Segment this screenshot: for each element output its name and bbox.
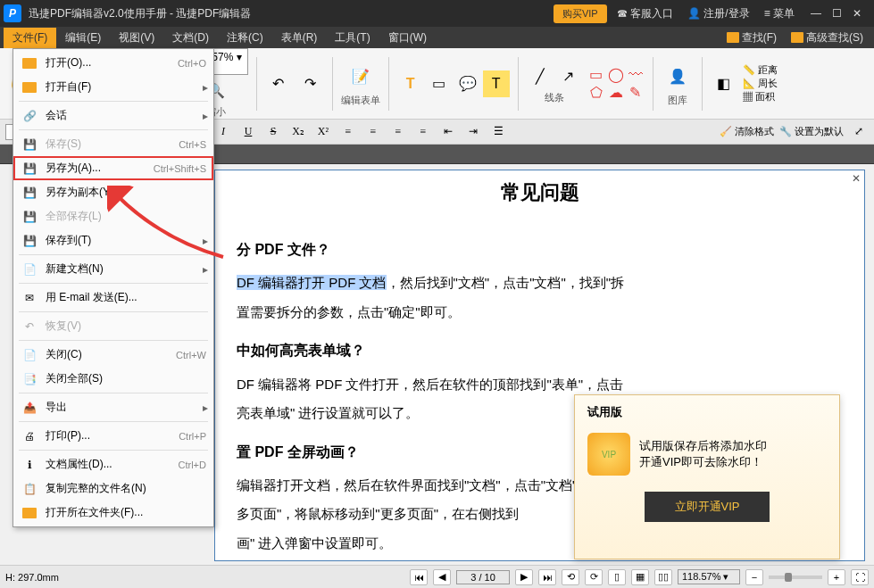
polyline-icon[interactable]: 〰 bbox=[627, 67, 645, 83]
menu-save-to[interactable]: 💾保存到(T)▸ bbox=[13, 228, 213, 253]
align-right-icon[interactable]: ≡ bbox=[388, 123, 408, 141]
menu-tools[interactable]: 工具(T) bbox=[326, 28, 379, 48]
eraser-icon[interactable]: ◧ bbox=[711, 70, 737, 97]
polygon-icon[interactable]: ⬠ bbox=[587, 85, 605, 101]
layout-single-icon[interactable]: ▯ bbox=[608, 569, 626, 585]
advanced-find-button[interactable]: 高级查找(S) bbox=[784, 29, 870, 47]
zoom-out-sb[interactable]: − bbox=[745, 569, 763, 585]
zoom-slider[interactable] bbox=[769, 576, 822, 579]
menu-copy-filename[interactable]: 📋复制完整的文件名(N) bbox=[13, 476, 213, 501]
indent-right-icon[interactable]: ⇥ bbox=[463, 123, 483, 141]
layout-facing-icon[interactable]: ▯▯ bbox=[654, 569, 672, 585]
text-box-icon[interactable]: ▭ bbox=[426, 70, 453, 97]
menu-open-from[interactable]: 打开自(F)▸ bbox=[13, 75, 213, 99]
maximize-button[interactable]: ☐ bbox=[832, 7, 842, 20]
menu-close-all[interactable]: 📑关闭全部(S) bbox=[13, 367, 213, 391]
upgrade-vip-button[interactable]: 立即开通VIP bbox=[645, 492, 770, 522]
distance-tool[interactable]: 📏 距离 bbox=[743, 63, 778, 77]
last-page-button[interactable]: ⏭ bbox=[538, 569, 556, 585]
stamp-button[interactable]: 👤 bbox=[662, 60, 694, 92]
menu-edit[interactable]: 编辑(E) bbox=[56, 28, 110, 48]
menu-export[interactable]: 📤导出▸ bbox=[13, 395, 213, 419]
menu-button[interactable]: ≡ 菜单 bbox=[757, 6, 802, 21]
menu-save[interactable]: 💾保存(S)Ctrl+S bbox=[13, 132, 213, 156]
first-page-button[interactable]: ⏮ bbox=[410, 569, 428, 585]
expand-icon[interactable]: ⤢ bbox=[849, 123, 869, 141]
underline-button[interactable]: U bbox=[238, 123, 258, 141]
prev-page-button[interactable]: ◀ bbox=[433, 569, 451, 585]
arrow-icon[interactable]: ↗ bbox=[555, 62, 582, 89]
align-left-icon[interactable]: ≡ bbox=[338, 123, 358, 141]
login-button[interactable]: 👤 注册/登录 bbox=[680, 6, 757, 21]
support-button[interactable]: ☎ 客服入口 bbox=[610, 6, 680, 21]
next-page-button[interactable]: ▶ bbox=[515, 569, 533, 585]
doc-h1: 分 PDF 文件？ bbox=[237, 236, 843, 263]
menu-session[interactable]: 🔗会话▸ bbox=[13, 104, 213, 128]
bullet-list-icon[interactable]: ☰ bbox=[488, 123, 508, 141]
rect-icon[interactable]: ▭ bbox=[587, 67, 605, 83]
page-number-input[interactable]: 3 / 10 bbox=[456, 570, 510, 584]
find-button[interactable]: 查找(F) bbox=[720, 29, 784, 47]
clear-format-button[interactable]: 🧹 清除格式 bbox=[720, 125, 774, 138]
vip-badge-icon: VIP bbox=[587, 433, 630, 476]
page-height-label: H: 297.0mm bbox=[5, 572, 59, 583]
nav-fwd-button[interactable]: ⟳ bbox=[585, 569, 603, 585]
menu-print[interactable]: 🖨打印(P)...Ctrl+P bbox=[13, 424, 213, 448]
statusbar: H: 297.0mm ⏮ ◀ 3 / 10 ▶ ⏭ ⟲ ⟳ ▯ ▦ ▯▯ 118… bbox=[0, 565, 874, 588]
menubar: 文件(F) 编辑(E) 视图(V) 文档(D) 注释(C) 表单(R) 工具(T… bbox=[0, 27, 874, 48]
menu-properties[interactable]: ℹ文档属性(D)...Ctrl+D bbox=[13, 452, 213, 476]
callout-icon[interactable]: 💬 bbox=[454, 70, 481, 97]
menu-save-all[interactable]: 💾全部保存(L) bbox=[13, 204, 213, 228]
menu-save-as[interactable]: 💾另存为(A)...Ctrl+Shift+S bbox=[13, 156, 213, 180]
menu-file[interactable]: 文件(F) bbox=[4, 28, 56, 48]
cloud-icon[interactable]: ☁ bbox=[607, 85, 625, 101]
titlebar: P 迅捷PDF编辑器v2.0使用手册 - 迅捷PDF编辑器 购买VIP ☎ 客服… bbox=[0, 0, 874, 27]
menu-new-doc[interactable]: 📄新建文档(N)▸ bbox=[13, 257, 213, 281]
edit-form-button[interactable]: 📝 bbox=[345, 60, 377, 92]
doc-h2: 中如何高亮表单域？ bbox=[237, 337, 843, 364]
rotate-left-icon[interactable]: ↶ bbox=[265, 70, 292, 97]
close-document-icon[interactable]: ✕ bbox=[850, 172, 862, 185]
menu-save-copy[interactable]: 💾另存为副本(Y)... bbox=[13, 180, 213, 204]
perimeter-tool[interactable]: 📐 周长 bbox=[743, 77, 778, 90]
nav-back-button[interactable]: ⟲ bbox=[562, 569, 579, 585]
menu-window[interactable]: 窗口(W) bbox=[379, 28, 436, 48]
menu-email[interactable]: ✉用 E-mail 发送(E)... bbox=[13, 286, 213, 310]
subscript-button[interactable]: X₂ bbox=[288, 123, 308, 141]
minimize-button[interactable]: — bbox=[811, 7, 821, 20]
fullscreen-icon[interactable]: ⛶ bbox=[851, 569, 869, 585]
menu-open[interactable]: 打开(O)...Ctrl+O bbox=[13, 51, 213, 75]
zoom-in-sb[interactable]: + bbox=[828, 569, 845, 585]
menu-restore[interactable]: ↶恢复(V) bbox=[13, 314, 213, 338]
menu-document[interactable]: 文档(D) bbox=[163, 28, 218, 48]
menu-open-folder[interactable]: 打开所在文件夹(F)... bbox=[13, 501, 213, 525]
highlight-icon[interactable]: T bbox=[483, 70, 510, 97]
popup-line1: 试用版保存后将添加水印 bbox=[639, 438, 767, 454]
pencil-icon[interactable]: ✎ bbox=[627, 85, 645, 101]
zoom-input[interactable]: 118.57% ▾ bbox=[678, 569, 740, 584]
superscript-button[interactable]: X² bbox=[313, 123, 333, 141]
popup-line2: 开通VIP即可去除水印！ bbox=[639, 454, 767, 470]
menu-comment[interactable]: 注释(C) bbox=[218, 28, 272, 48]
menu-view[interactable]: 视图(V) bbox=[110, 28, 163, 48]
highlighted-text: DF 编辑器打开 PDF 文档 bbox=[237, 275, 387, 290]
page-heading: 常见问题 bbox=[215, 170, 864, 215]
indent-left-icon[interactable]: ⇤ bbox=[438, 123, 458, 141]
line-icon[interactable]: ╱ bbox=[527, 62, 554, 89]
area-tool[interactable]: ▦ 面积 bbox=[743, 90, 778, 104]
oval-icon[interactable]: ◯ bbox=[607, 67, 625, 83]
layout-cont-icon[interactable]: ▦ bbox=[631, 569, 649, 585]
rotate-right-icon[interactable]: ↷ bbox=[297, 70, 324, 97]
buy-vip-button[interactable]: 购买VIP bbox=[554, 4, 607, 23]
app-logo: P bbox=[4, 4, 21, 22]
align-center-icon[interactable]: ≡ bbox=[363, 123, 383, 141]
italic-button[interactable]: I bbox=[213, 123, 233, 141]
menu-close[interactable]: 📄关闭(C)Ctrl+W bbox=[13, 343, 213, 367]
strikethrough-button[interactable]: S bbox=[263, 123, 283, 141]
trial-popup: 试用版 VIP 试用版保存后将添加水印 开通VIP即可去除水印！ 立即开通VIP bbox=[574, 394, 840, 559]
align-justify-icon[interactable]: ≡ bbox=[413, 123, 433, 141]
text-tool-icon[interactable]: T bbox=[397, 70, 424, 97]
menu-form[interactable]: 表单(R) bbox=[272, 28, 327, 48]
close-button[interactable]: ✕ bbox=[853, 7, 862, 20]
set-default-button[interactable]: 🔧 设置为默认 bbox=[779, 125, 844, 138]
